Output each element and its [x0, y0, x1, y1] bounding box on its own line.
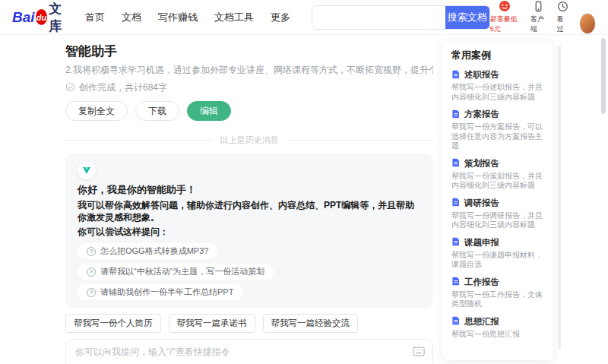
case-item-diaoyan[interactable]: 调研报告 帮我写一份调研报告，并且内容细化到三级内容标题 [451, 194, 544, 233]
assistant-avatar-icon [78, 161, 96, 179]
suggestion-chip[interactable]: ? 请辅助我创作一份半年工作总结PPT [78, 284, 242, 300]
history-actions: 复制全文 下载 编辑 [65, 101, 433, 121]
clock-icon [557, 1, 568, 14]
nav-docs[interactable]: 文档 [122, 11, 141, 24]
case-item-keti[interactable]: 课题申报 帮我写一份课题申报材料，课题自选 [451, 233, 544, 273]
page-scrollbar[interactable] [601, 38, 606, 361]
cases-title: 常用案例 [451, 49, 544, 62]
history-trailing-text: 2.我将积极寻求学习机遇，通过参加外部专业讲座、网络课程等方式，不断拓宽视野，提… [65, 65, 433, 75]
page-body: 智能助手 2.我将积极寻求学习机遇，通过参加外部专业讲座、网络课程等方式，不断拓… [0, 35, 608, 364]
baidu-wenku-logo[interactable]: Bai du 文库 [12, 0, 68, 35]
document-icon [451, 237, 461, 248]
logo-wenku: 文库 [49, 0, 68, 35]
suggestion-text: 请帮我以“中秋活动”为主题，写一份活动策划 [100, 266, 264, 277]
suggestion-text: 请辅助我创作一份半年工作总结PPT [100, 286, 233, 298]
case-title: 调研报告 [464, 198, 499, 209]
assistant-greeting: 你好，我是你的智能助手！ [78, 183, 421, 197]
document-icon [451, 198, 461, 208]
assistant-main: 智能助手 2.我将积极寻求学习机遇，通过参加外部专业讲座、网络课程等方式，不断拓… [65, 41, 433, 364]
case-title: 方案报告 [464, 109, 499, 120]
message-composer: 0/400 [65, 339, 433, 364]
case-title: 思想汇报 [464, 316, 499, 328]
page-title: 智能助手 [65, 43, 433, 60]
document-icon [451, 70, 461, 81]
case-title: 工作报告 [464, 277, 499, 288]
document-icon [451, 109, 461, 120]
viewed-entry[interactable]: 看过 [557, 1, 568, 34]
top-header: Bai du 文库 首页 文档 写作赚钱 文档工具 更多 搜索文档 新客最低5元… [0, 0, 608, 35]
status-text: 创作完成，共计684字 [79, 81, 167, 94]
copy-all-button[interactable]: 复制全文 [65, 101, 128, 121]
sidebar-scrollbar[interactable] [558, 46, 561, 350]
suggestion-chip[interactable]: ? 怎么把OGG格式转换成MP3? [78, 243, 217, 259]
phone-icon [533, 1, 544, 14]
case-desc: 帮我写一份调研报告，并且内容细化到三级内容标题 [451, 211, 544, 230]
header-right: 新客最低5元 客户端 看过 [490, 0, 596, 34]
search-box: 搜索文档 [312, 5, 490, 30]
quick-prompt-pledge[interactable]: 帮我写一篇承诺书 [169, 314, 255, 333]
case-desc: 帮我写一份述职报告，并且内容细化到三级内容标题 [451, 83, 544, 102]
suggestion-chip[interactable]: ? 请帮我以“中秋活动”为主题，写一份活动策划 [78, 264, 274, 280]
divider-line-right [287, 140, 434, 141]
client-label: 客户端 [530, 14, 546, 34]
nav-home[interactable]: 首页 [85, 11, 105, 24]
document-icon [451, 316, 461, 327]
nav-tools[interactable]: 文档工具 [214, 11, 254, 24]
mascot-icon [499, 0, 511, 14]
case-item-cehua[interactable]: 策划报告 帮我写一份策划报告，并且内容细化到三级内容标题 [451, 154, 544, 194]
search-input[interactable] [312, 6, 445, 29]
quick-prompt-experience[interactable]: 帮我写一篇经验交流 [263, 314, 359, 333]
edit-button[interactable]: 编辑 [187, 101, 231, 121]
divider-line-left [65, 140, 213, 141]
suggestion-text: 怎么把OGG格式转换成MP3? [100, 245, 208, 257]
viewed-label: 看过 [557, 14, 568, 34]
history-divider: 以上是历史消息 [65, 135, 433, 146]
promo-label: 新客最低5元 [490, 14, 520, 34]
assistant-hint: 你可以尝试这样提问： [78, 226, 421, 239]
nav-earn[interactable]: 写作赚钱 [158, 11, 198, 24]
document-icon [451, 158, 461, 169]
case-desc: 帮我写一份思想汇报 [451, 330, 544, 340]
case-title: 策划报告 [464, 158, 499, 169]
main-nav: 首页 文档 写作赚钱 文档工具 更多 [85, 11, 290, 24]
assistant-intro: 我可以帮你高效解答问题，辅助你进行内容创作、内容总结、PPT编辑等，并且帮助你激… [78, 199, 421, 223]
message-input[interactable] [75, 346, 407, 364]
user-avatar[interactable] [579, 13, 596, 34]
quick-prompts: 帮我写一份个人简历 帮我写一篇承诺书 帮我写一篇经验交流 [65, 314, 433, 333]
case-item-shuzhi[interactable]: 述职报告 帮我写一份述职报告，并且内容细化到三级内容标题 [451, 65, 544, 105]
case-desc: 帮我写一份策划报告，并且内容细化到三级内容标题 [451, 172, 544, 191]
divider-label: 以上是历史消息 [220, 135, 279, 146]
generation-status: 创作完成，共计684字 [65, 81, 433, 94]
client-entry[interactable]: 客户端 [530, 1, 546, 34]
scrollbar-thumb[interactable] [601, 38, 606, 114]
logo-bai: Bai [12, 9, 35, 26]
search-button[interactable]: 搜索文档 [445, 6, 489, 29]
case-title: 课题申报 [464, 237, 499, 248]
download-button[interactable]: 下载 [135, 101, 179, 121]
document-icon [451, 277, 461, 287]
check-circle-icon [65, 82, 75, 94]
case-title: 述职报告 [464, 69, 499, 81]
shortcut-keyboard-icon[interactable] [413, 346, 425, 359]
case-desc: 帮我写一份课题申报材料，课题自选 [451, 251, 544, 270]
promo-entry[interactable]: 新客最低5元 [490, 0, 520, 34]
question-icon: ? [87, 247, 96, 256]
case-item-sixiang[interactable]: 思想汇报 帮我写一份思想汇报 [451, 312, 544, 343]
assistant-welcome-card: 你好，我是你的智能助手！ 我可以帮你高效解答问题，辅助你进行内容创作、内容总结、… [65, 154, 433, 308]
question-icon: ? [87, 288, 96, 297]
case-item-fangan[interactable]: 方案报告 帮我写一份方案报告，可以选择任意内容为方案报告主题 [451, 105, 544, 154]
nav-more[interactable]: 更多 [271, 11, 290, 24]
quick-prompt-resume[interactable]: 帮我写一份个人简历 [65, 314, 161, 333]
case-desc: 帮我写一份工作报告，文体类型随机 [451, 290, 544, 309]
logo-du-paw: du [36, 9, 48, 25]
case-item-gongzuo[interactable]: 工作报告 帮我写一份工作报告，文体类型随机 [451, 273, 544, 312]
common-cases-panel: 常用案例 述职报告 帮我写一份述职报告，并且内容细化到三级内容标题 方案报告 帮… [442, 41, 553, 360]
case-desc: 帮我写一份方案报告，可以选择任意内容为方案报告主题 [451, 122, 544, 151]
question-icon: ? [87, 267, 96, 277]
